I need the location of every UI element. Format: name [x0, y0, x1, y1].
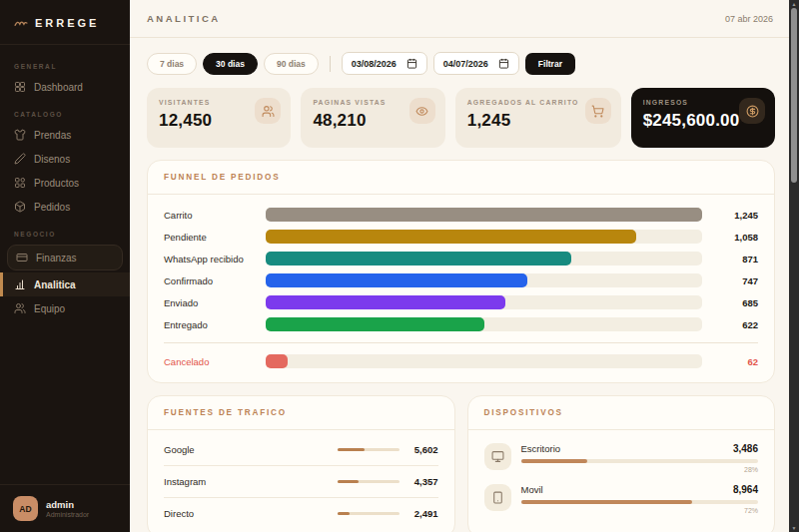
devices-list: Escritorio 3,486 28% Movil	[468, 430, 775, 532]
device-bar-track	[521, 500, 759, 504]
sidebar-item-disenos[interactable]: Disenos	[0, 147, 130, 171]
scrollbar-thumb[interactable]	[791, 8, 797, 183]
traffic-card: FUENTES DE TRAFICO Google 5,602 Instagra…	[147, 395, 455, 532]
traffic-bar	[338, 480, 360, 483]
device-label: Movil	[521, 484, 543, 495]
sidebar-nav: GENERAL Dashboard CATALOGO Prendas Disen…	[0, 45, 130, 320]
traffic-source-value: 5,602	[408, 444, 438, 455]
sidebar-item-label: Disenos	[34, 154, 70, 165]
user-name: admin	[46, 499, 89, 511]
sidebar-item-pedidos[interactable]: Pedidos	[0, 195, 130, 219]
bar-chart-icon	[14, 278, 26, 290]
scroll-down-arrow-icon[interactable]: ▼	[789, 525, 799, 531]
funnel-bar	[266, 252, 571, 266]
funnel-chart: Carrito 1,245 Pendiente 1,058 WhatsApp r…	[148, 195, 774, 382]
device-bar	[521, 459, 588, 463]
device-row-movil: Movil 8,964 72%	[484, 484, 759, 514]
avatar: AD	[13, 496, 38, 521]
funnel-row-value: 871	[712, 254, 758, 265]
funnel-bar-track	[266, 252, 702, 266]
device-value: 8,964	[733, 484, 758, 495]
filter-divider	[330, 56, 331, 72]
funnel-row-label: Carrito	[164, 210, 256, 221]
calendar-icon[interactable]	[406, 58, 417, 69]
funnel-bar-track	[266, 317, 702, 331]
funnel-bar	[266, 317, 484, 331]
sidebar-item-label: Dashboard	[34, 82, 83, 93]
funnel-row-enviado: Enviado 685	[164, 295, 758, 309]
device-value: 3,486	[733, 443, 758, 454]
funnel-bar-track	[266, 208, 702, 222]
user-profile[interactable]: AD admin Administrador	[0, 484, 130, 532]
sidebar-item-label: Equipo	[34, 303, 65, 314]
funnel-row-label: Entregado	[164, 319, 256, 330]
scrollbar[interactable]: ▲ ▼	[789, 0, 799, 532]
credit-card-icon	[16, 252, 28, 264]
device-percent: 28%	[521, 466, 759, 473]
traffic-source-label: Instagram	[164, 476, 206, 487]
smartphone-icon	[484, 484, 511, 511]
user-role: Administrador	[46, 511, 89, 518]
stat-cards: VISITANTES 12,450 PAGINAS VISTAS 48,210 …	[147, 88, 775, 148]
traffic-row-google: Google 5,602	[164, 434, 438, 466]
header-date: 07 abr 2026	[725, 14, 773, 24]
funnel-row-cancelado: Cancelado 62	[164, 354, 758, 368]
device-bar-track	[521, 459, 759, 463]
funnel-row-value: 1,245	[712, 210, 758, 221]
dollar-circle-icon	[739, 98, 765, 124]
topbar: ANALITICA 07 abr 2026	[130, 0, 799, 38]
monitor-icon	[484, 443, 511, 470]
logo-text: ERREGE	[35, 17, 99, 29]
calendar-icon[interactable]	[498, 58, 509, 69]
dashboard-grid-icon	[14, 81, 26, 93]
traffic-bar	[338, 448, 366, 451]
funnel-row-value: 62	[712, 356, 758, 367]
scroll-up-arrow-icon[interactable]: ▲	[789, 1, 799, 7]
traffic-bar-track	[338, 480, 400, 483]
funnel-row-value: 747	[712, 275, 758, 286]
nav-section-catalogo: CATALOGO	[0, 99, 130, 123]
shirt-icon	[14, 129, 26, 141]
funnel-row-whatsapp: WhatsApp recibido 871	[164, 252, 758, 266]
filter-bar: 7 dias 30 dias 90 dias 03/08/2026 04/07/…	[147, 52, 775, 75]
sidebar-item-label: Productos	[34, 178, 79, 189]
devices-card: DISPOSITIVOS Escritorio 3,486 28%	[467, 395, 776, 532]
device-bar	[521, 500, 692, 504]
traffic-row-instagram: Instagram 4,357	[164, 466, 438, 498]
traffic-title: FUENTES DE TRAFICO	[148, 396, 454, 430]
traffic-list: Google 5,602 Instagram 4,357	[148, 430, 454, 532]
devices-title: DISPOSITIVOS	[468, 396, 775, 430]
sidebar-item-finanzas[interactable]: Finanzas	[7, 245, 123, 270]
range-7-dias-button[interactable]: 7 dias	[147, 53, 197, 75]
funnel-card: FUNNEL DE PEDIDOS Carrito 1,245 Pendient…	[147, 160, 775, 383]
page-title: ANALITICA	[147, 13, 221, 24]
funnel-bar-track	[266, 354, 702, 368]
traffic-row-directo: Directo 2,491	[164, 498, 438, 529]
date-from-input[interactable]: 03/08/2026	[342, 52, 427, 75]
date-to-input[interactable]: 04/07/2026	[433, 52, 519, 75]
funnel-row-carrito: Carrito 1,245	[164, 208, 758, 222]
device-row-escritorio: Escritorio 3,486 28%	[484, 443, 759, 473]
date-to-value: 04/07/2026	[443, 59, 488, 69]
range-30-dias-button[interactable]: 30 dias	[203, 53, 258, 75]
sidebar-item-analitica[interactable]: Analitica	[0, 272, 130, 296]
funnel-divider	[164, 342, 758, 343]
traffic-source-label: Directo	[164, 508, 194, 519]
sidebar-item-prendas[interactable]: Prendas	[0, 123, 130, 147]
stat-card-paginas-vistas: PAGINAS VISTAS 48,210	[301, 88, 444, 148]
sidebar-item-productos[interactable]: Productos	[0, 171, 130, 195]
sidebar-item-equipo[interactable]: Equipo	[0, 296, 130, 320]
filtrar-button[interactable]: Filtrar	[525, 53, 575, 75]
stat-card-agregados-carrito: AGREGADOS AL CARRITO 1,245	[455, 88, 621, 148]
sidebar-item-label: Finanzas	[36, 253, 77, 264]
shapes-grid-icon	[14, 177, 26, 189]
sidebar-item-dashboard[interactable]: Dashboard	[0, 75, 130, 99]
funnel-bar	[266, 208, 702, 222]
range-90-dias-button[interactable]: 90 dias	[264, 53, 319, 75]
funnel-bar	[266, 273, 527, 287]
date-from-value: 03/08/2026	[352, 59, 397, 69]
page-content: 7 dias 30 dias 90 dias 03/08/2026 04/07/…	[130, 38, 799, 532]
funnel-row-pendiente: Pendiente 1,058	[164, 230, 758, 244]
package-icon	[14, 201, 26, 213]
funnel-bar	[266, 295, 505, 309]
